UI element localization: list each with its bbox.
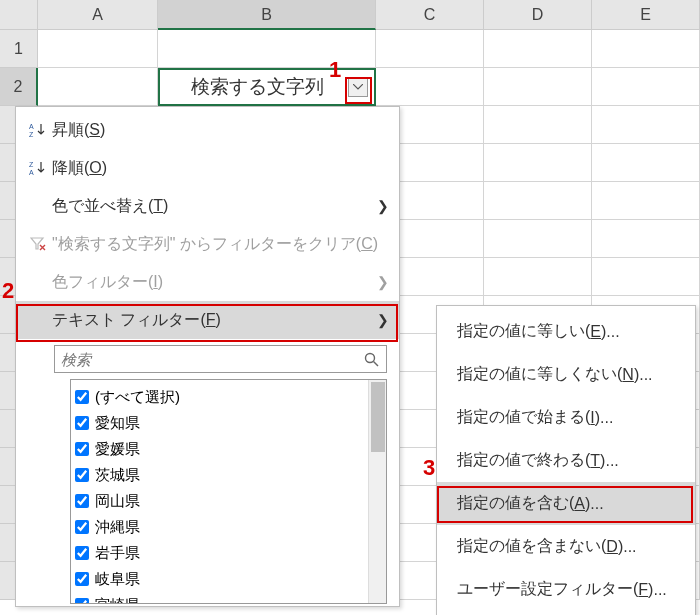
check-label: 茨城県 — [95, 466, 140, 485]
svg-text:A: A — [29, 123, 34, 130]
check-label: 沖縄県 — [95, 518, 140, 537]
cell-c1[interactable] — [376, 30, 484, 68]
col-header-c[interactable]: C — [376, 0, 484, 30]
color-filter-label: 色フィルター(I) — [52, 272, 375, 293]
filter-custom-item[interactable]: ユーザー設定フィルター(F)... — [437, 568, 695, 611]
cell-b2[interactable]: 検索する文字列 — [158, 68, 376, 106]
search-input[interactable] — [61, 351, 362, 368]
cell[interactable] — [484, 220, 592, 258]
cell-d1[interactable] — [484, 30, 592, 68]
check-item[interactable]: 沖縄県 — [75, 514, 384, 540]
search-row — [16, 339, 399, 377]
cell[interactable] — [592, 220, 700, 258]
checkbox[interactable] — [75, 520, 89, 534]
check-item[interactable]: 岩手県 — [75, 540, 384, 566]
check-label: 岩手県 — [95, 544, 140, 563]
col-header-a[interactable]: A — [38, 0, 158, 30]
search-icon — [362, 352, 380, 367]
scrollbar-thumb[interactable] — [371, 382, 385, 452]
cell[interactable] — [484, 106, 592, 144]
clear-filter-icon — [24, 237, 52, 251]
check-label: 宮崎県 — [95, 596, 140, 605]
check-label: 岐阜県 — [95, 570, 140, 589]
col-header-e[interactable]: E — [592, 0, 700, 30]
row-header-1[interactable]: 1 — [0, 30, 38, 68]
text-filter-label: テキスト フィルター(F) — [52, 310, 375, 331]
checkbox[interactable] — [75, 468, 89, 482]
col-header-b[interactable]: B — [158, 0, 376, 30]
check-item[interactable]: 茨城県 — [75, 462, 384, 488]
sort-by-color-item[interactable]: 色で並べ替え(T) ❯ — [16, 187, 399, 225]
check-label: 岡山県 — [95, 492, 140, 511]
cell[interactable] — [484, 144, 592, 182]
check-item[interactable]: 岐阜県 — [75, 566, 384, 592]
filter-contains-item[interactable]: 指定の値を含む(A)... — [437, 482, 695, 525]
svg-text:Z: Z — [29, 161, 34, 168]
filter-equals-item[interactable]: 指定の値に等しい(E)... — [437, 310, 695, 353]
check-item[interactable]: 愛媛県 — [75, 436, 384, 462]
sort-desc-icon: ZA — [24, 160, 52, 176]
filter-not-contains-item[interactable]: 指定の値を含まない(D)... — [437, 525, 695, 568]
clear-filter-item: "検索する文字列" からフィルターをクリア(C) — [16, 225, 399, 263]
callout-marker-1: 1 — [329, 57, 341, 83]
checkbox[interactable] — [75, 390, 89, 404]
cell[interactable] — [484, 182, 592, 220]
cell[interactable] — [592, 182, 700, 220]
cell-c2[interactable] — [376, 68, 484, 106]
svg-point-4 — [365, 353, 374, 362]
check-label: (すべて選択) — [95, 388, 180, 407]
sort-asc-label: 昇順(S) — [52, 120, 389, 141]
sort-asc-icon: AZ — [24, 122, 52, 138]
sort-desc-label: 降順(O) — [52, 158, 389, 179]
cell-a2[interactable] — [38, 68, 158, 106]
check-item[interactable]: 愛知県 — [75, 410, 384, 436]
cell[interactable] — [592, 106, 700, 144]
text-filter-submenu: 指定の値に等しい(E)... 指定の値に等しくない(N)... 指定の値で始まる… — [436, 305, 696, 615]
cell-b2-label: 検索する文字列 — [166, 74, 348, 100]
check-label: 愛知県 — [95, 414, 140, 433]
checkbox[interactable] — [75, 416, 89, 430]
svg-text:A: A — [29, 169, 34, 176]
checkbox[interactable] — [75, 546, 89, 560]
svg-text:Z: Z — [29, 131, 34, 138]
search-box[interactable] — [54, 345, 387, 373]
column-headers-row: A B C D E — [0, 0, 700, 30]
check-label: 愛媛県 — [95, 440, 140, 459]
sort-desc-item[interactable]: ZA 降順(O) — [16, 149, 399, 187]
sort-asc-item[interactable]: AZ 昇順(S) — [16, 111, 399, 149]
callout-marker-3: 3 — [423, 455, 435, 481]
cell-e2[interactable] — [592, 68, 700, 106]
callout-marker-2: 2 — [2, 278, 14, 304]
filter-not-equals-item[interactable]: 指定の値に等しくない(N)... — [437, 353, 695, 396]
clear-filter-label: "検索する文字列" からフィルターをクリア(C) — [52, 234, 389, 255]
text-filter-item[interactable]: テキスト フィルター(F) ❯ — [16, 301, 399, 339]
cell[interactable] — [484, 258, 592, 296]
chevron-right-icon: ❯ — [375, 312, 389, 328]
check-item-all[interactable]: (すべて選択) — [75, 384, 384, 410]
filter-begins-with-item[interactable]: 指定の値で始まる(I)... — [437, 396, 695, 439]
check-item[interactable]: 岡山県 — [75, 488, 384, 514]
cell-b1[interactable] — [158, 30, 376, 68]
checkbox[interactable] — [75, 598, 89, 604]
filter-menu: AZ 昇順(S) ZA 降順(O) 色で並べ替え(T) ❯ "検索する文字列" … — [15, 106, 400, 607]
col-header-d[interactable]: D — [484, 0, 592, 30]
cell[interactable] — [592, 258, 700, 296]
select-all-corner[interactable] — [0, 0, 38, 30]
callout-box-1 — [345, 77, 372, 104]
filter-values-list[interactable]: (すべて選択) 愛知県 愛媛県 茨城県 岡山県 沖縄県 岩手県 岐阜県 宮崎県 — [70, 379, 387, 604]
checkbox[interactable] — [75, 494, 89, 508]
filter-ends-with-item[interactable]: 指定の値で終わる(T)... — [437, 439, 695, 482]
color-filter-item: 色フィルター(I) ❯ — [16, 263, 399, 301]
scrollbar[interactable] — [368, 380, 386, 603]
chevron-right-icon: ❯ — [375, 274, 389, 290]
check-item[interactable]: 宮崎県 — [75, 592, 384, 604]
cell-d2[interactable] — [484, 68, 592, 106]
checkbox[interactable] — [75, 442, 89, 456]
cell[interactable] — [592, 144, 700, 182]
row-header-2[interactable]: 2 — [0, 68, 38, 106]
checkbox[interactable] — [75, 572, 89, 586]
chevron-right-icon: ❯ — [375, 198, 389, 214]
sort-by-color-label: 色で並べ替え(T) — [52, 196, 375, 217]
cell-e1[interactable] — [592, 30, 700, 68]
cell-a1[interactable] — [38, 30, 158, 68]
